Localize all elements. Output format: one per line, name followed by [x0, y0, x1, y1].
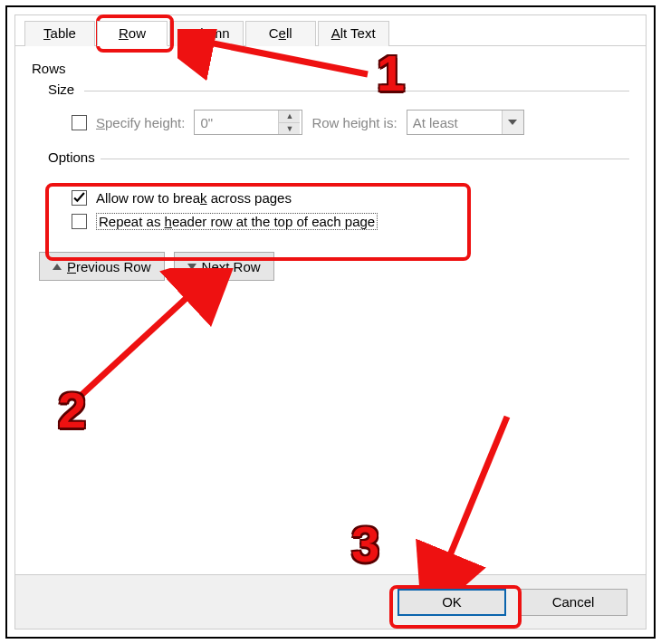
specify-height-label: Specify height:	[96, 115, 185, 130]
dialog-footer: OK Cancel	[15, 574, 646, 629]
tab-row[interactable]: Row	[97, 21, 168, 46]
group-options-divider	[84, 159, 629, 159]
triangle-up-icon	[53, 264, 62, 270]
group-size: Size Specify height: ▲ ▼ Row height i	[48, 82, 629, 135]
group-options-label: Options	[48, 149, 101, 165]
spinner-down[interactable]: ▼	[279, 123, 300, 135]
table-properties-dialog: Table Row Column Cell Alt Text Rows Size…	[14, 14, 647, 630]
allow-break-label: Allow row to break across pages	[96, 190, 292, 206]
height-value-input[interactable]	[195, 111, 278, 134]
tab-column[interactable]: Column	[169, 21, 244, 46]
nav-row: Previous Row Next Row	[39, 252, 629, 281]
spinner-up[interactable]: ▲	[279, 111, 300, 123]
allow-break-row: Allow row to break across pages	[72, 190, 629, 206]
tab-alt-text[interactable]: Alt Text	[318, 21, 389, 46]
height-spinner[interactable]: ▲ ▼	[194, 110, 302, 135]
cancel-button[interactable]: Cancel	[519, 589, 627, 616]
group-options: Options Allow row to break across pages …	[48, 149, 629, 230]
group-size-divider	[84, 91, 629, 91]
tab-strip: Table Row Column Cell Alt Text	[15, 15, 646, 46]
dropdown-arrow-icon	[502, 111, 523, 134]
cancel-button-label: Cancel	[552, 594, 595, 610]
repeat-header-checkbox[interactable]	[72, 214, 87, 229]
previous-row-button[interactable]: Previous Row	[39, 252, 165, 281]
group-size-label: Size	[48, 82, 80, 97]
ok-button[interactable]: OK	[398, 589, 506, 616]
section-rows-title: Rows	[32, 61, 629, 76]
dialog-body: Rows Size Specify height: ▲ ▼	[15, 46, 646, 574]
ok-button-label: OK	[442, 594, 462, 610]
tab-table[interactable]: Table	[24, 21, 95, 46]
row-height-mode-value: At least	[407, 115, 502, 130]
screenshot-frame: Table Row Column Cell Alt Text Rows Size…	[5, 5, 656, 639]
repeat-header-label: Repeat as header row at the top of each …	[96, 213, 378, 230]
tab-cell[interactable]: Cell	[245, 21, 316, 46]
triangle-down-icon	[187, 264, 196, 270]
row-height-mode-dropdown[interactable]: At least	[407, 110, 524, 135]
repeat-header-row: Repeat as header row at the top of each …	[72, 213, 629, 230]
next-row-button[interactable]: Next Row	[174, 252, 274, 281]
allow-break-checkbox[interactable]	[72, 190, 87, 206]
specify-height-checkbox[interactable]	[72, 115, 87, 130]
specify-height-row: Specify height: ▲ ▼ Row height is: At le…	[72, 110, 629, 135]
row-height-is-label: Row height is:	[311, 115, 397, 130]
